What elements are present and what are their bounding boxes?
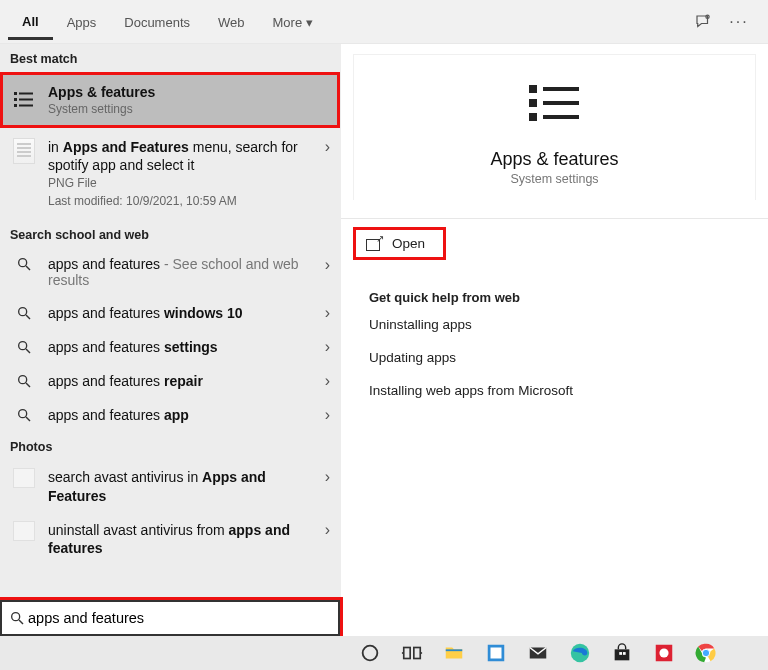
- svg-rect-17: [529, 85, 537, 93]
- svg-line-16: [26, 417, 30, 421]
- chevron-right-icon: ›: [325, 138, 330, 156]
- taskbar-store-icon[interactable]: [610, 641, 634, 665]
- best-match-subtitle: System settings: [48, 102, 330, 116]
- svg-rect-2: [19, 93, 33, 95]
- taskbar-app-2-icon[interactable]: [652, 641, 676, 665]
- web-result-2[interactable]: apps and features settings ›: [0, 330, 340, 364]
- svg-rect-6: [19, 105, 33, 107]
- detail-title: Apps & features: [354, 149, 755, 170]
- svg-point-13: [19, 376, 27, 384]
- open-button[interactable]: Open: [353, 227, 446, 260]
- photo-result-text: search avast antivirus in Apps and Featu…: [48, 468, 315, 504]
- detail-subtitle: System settings: [354, 172, 755, 186]
- web-result-text: apps and features settings: [48, 339, 315, 355]
- taskbar-mail-icon[interactable]: [526, 641, 550, 665]
- search-icon: [8, 610, 26, 626]
- web-result-text: apps and features windows 10: [48, 305, 315, 321]
- search-input[interactable]: [26, 606, 332, 630]
- web-results-list: apps and features - See school and web r…: [0, 248, 340, 432]
- svg-line-8: [26, 266, 30, 270]
- svg-point-7: [19, 259, 27, 267]
- taskbar-chrome-icon[interactable]: [694, 641, 718, 665]
- chevron-right-icon: ›: [325, 372, 330, 390]
- file-thumbnail-icon: [10, 138, 38, 164]
- chevron-right-icon: ›: [325, 304, 330, 322]
- search-tabs: All Apps Documents Web More▾ ···: [0, 0, 768, 44]
- web-result-text: apps and features repair: [48, 373, 315, 389]
- chevron-right-icon: ›: [325, 521, 330, 539]
- search-icon: [10, 256, 38, 272]
- open-icon: [366, 237, 382, 251]
- quick-help-item-2[interactable]: Installing web apps from Microsoft: [369, 383, 768, 398]
- svg-point-15: [19, 410, 27, 418]
- taskbar-taskview-icon[interactable]: [400, 641, 424, 665]
- svg-rect-34: [619, 652, 622, 655]
- svg-rect-19: [529, 99, 537, 107]
- chevron-right-icon: ›: [325, 468, 330, 486]
- svg-rect-4: [19, 99, 33, 101]
- photo-result-1[interactable]: uninstall avast antivirus from apps and …: [0, 513, 340, 565]
- file-result[interactable]: in Apps and Features menu, search for sp…: [0, 128, 340, 220]
- section-photos: Photos: [0, 432, 340, 460]
- svg-point-37: [659, 648, 668, 657]
- search-icon: [10, 407, 38, 423]
- quick-help-item-0[interactable]: Uninstalling apps: [369, 317, 768, 332]
- tab-apps[interactable]: Apps: [53, 5, 111, 38]
- search-box[interactable]: [0, 600, 340, 636]
- settings-list-icon: [10, 88, 38, 112]
- detail-summary: Apps & features System settings: [353, 54, 756, 200]
- photo-result-text: uninstall avast antivirus from apps and …: [48, 521, 315, 557]
- more-options-icon[interactable]: ···: [730, 13, 748, 31]
- tab-documents[interactable]: Documents: [110, 5, 204, 38]
- svg-point-23: [12, 613, 20, 621]
- svg-point-9: [19, 308, 27, 316]
- svg-line-12: [26, 349, 30, 353]
- tab-web[interactable]: Web: [204, 5, 259, 38]
- web-result-0[interactable]: apps and features - See school and web r…: [0, 248, 340, 296]
- tab-all[interactable]: All: [8, 4, 53, 40]
- chevron-right-icon: ›: [325, 338, 330, 356]
- svg-rect-27: [414, 648, 420, 659]
- svg-rect-5: [14, 104, 17, 107]
- svg-rect-35: [623, 652, 626, 655]
- results-panel: Best match Apps & features System settin…: [0, 44, 340, 636]
- taskbar-cortana-icon[interactable]: [358, 641, 382, 665]
- svg-line-14: [26, 383, 30, 387]
- photo-thumbnail-icon: [10, 521, 38, 541]
- svg-rect-1: [14, 92, 17, 95]
- svg-line-10: [26, 315, 30, 319]
- taskbar: [0, 636, 768, 670]
- svg-rect-18: [543, 87, 579, 91]
- chevron-right-icon: ›: [325, 406, 330, 424]
- photo-result-0[interactable]: search avast antivirus in Apps and Featu…: [0, 460, 340, 512]
- tab-more[interactable]: More▾: [259, 5, 328, 38]
- web-result-4[interactable]: apps and features app ›: [0, 398, 340, 432]
- photo-thumbnail-icon: [10, 468, 38, 488]
- svg-rect-22: [543, 115, 579, 119]
- svg-rect-26: [404, 648, 410, 659]
- divider: [341, 218, 768, 219]
- web-result-3[interactable]: apps and features repair ›: [0, 364, 340, 398]
- search-bar: [0, 600, 340, 636]
- svg-rect-31: [491, 648, 502, 659]
- svg-rect-3: [14, 98, 17, 101]
- section-school-web: Search school and web: [0, 220, 340, 248]
- search-icon: [10, 305, 38, 321]
- section-best-match: Best match: [0, 44, 340, 72]
- detail-panel: Apps & features System settings Open Get…: [340, 44, 768, 636]
- search-icon: [10, 339, 38, 355]
- web-result-1[interactable]: apps and features windows 10 ›: [0, 296, 340, 330]
- file-result-modified: Last modified: 10/9/2021, 10:59 AM: [48, 194, 315, 208]
- best-match-result[interactable]: Apps & features System settings: [0, 72, 340, 128]
- taskbar-app-1-icon[interactable]: [484, 641, 508, 665]
- best-match-title: Apps & features: [48, 84, 330, 100]
- quick-help-item-1[interactable]: Updating apps: [369, 350, 768, 365]
- taskbar-file-explorer-icon[interactable]: [442, 641, 466, 665]
- chevron-down-icon: ▾: [306, 15, 313, 30]
- web-result-text: apps and features app: [48, 407, 315, 423]
- taskbar-edge-icon[interactable]: [568, 641, 592, 665]
- svg-point-25: [363, 646, 378, 661]
- search-icon: [10, 373, 38, 389]
- chevron-right-icon: ›: [325, 256, 330, 274]
- feedback-icon[interactable]: [694, 13, 712, 31]
